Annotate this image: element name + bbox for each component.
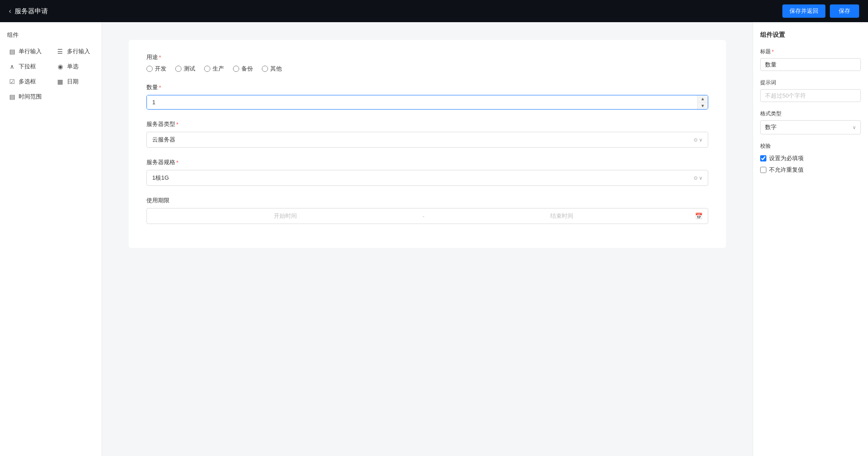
sidebar-item-date[interactable]: ▦ 日期: [52, 75, 99, 89]
quantity-label: 数量 *: [146, 83, 708, 91]
save-button[interactable]: 保存: [830, 4, 859, 18]
sidebar-row-2: ∧ 下拉框 ◉ 单选: [4, 59, 98, 74]
usage-field-group: 用途 * 开发 测试 生产: [146, 53, 708, 73]
main-content: 用途 * 开发 测试 生产: [102, 22, 753, 456]
panel-hint-field: 提示词: [760, 79, 861, 102]
server-type-required-star: *: [176, 121, 178, 128]
server-spec-chevron-icon: ⊙ ∨: [694, 175, 702, 181]
sidebar-row-4: ▤ 时间范围: [4, 90, 98, 104]
multi-input-icon: ☰: [56, 48, 64, 55]
sidebar-item-date-label: 日期: [67, 78, 79, 86]
required-label: 设置为必填项: [769, 154, 804, 162]
no-repeat-label: 不允许重复值: [769, 166, 804, 174]
sidebar-item-single-input-label: 单行输入: [19, 47, 42, 55]
calendar-icon: 📅: [695, 212, 702, 220]
server-type-chevron-icon: ⊙ ∨: [694, 137, 702, 143]
sidebar-item-checkbox[interactable]: ☑ 多选框: [4, 75, 50, 89]
panel-title: 组件设置: [760, 31, 861, 39]
server-spec-select[interactable]: 1核1G ⊙ ∨: [146, 170, 708, 186]
quantity-required-star: *: [159, 84, 161, 91]
panel-format-field: 格式类型 数字 ∨: [760, 110, 861, 134]
sidebar-item-single-input[interactable]: ▤ 单行输入: [4, 44, 50, 59]
back-button[interactable]: ‹ 服务器申请: [9, 7, 48, 16]
server-spec-label: 服务器规格 *: [146, 158, 708, 166]
panel-format-title: 格式类型: [760, 110, 861, 118]
date-icon: ▦: [56, 78, 64, 85]
no-repeat-checkbox-item[interactable]: 不允许重复值: [760, 166, 861, 174]
panel-hint-title: 提示词: [760, 79, 861, 86]
radio-input-shengchan[interactable]: [204, 66, 210, 72]
sidebar-item-checkbox-label: 多选框: [19, 78, 36, 86]
quantity-input[interactable]: [147, 95, 697, 109]
usage-radio-group: 开发 测试 生产 备份: [146, 65, 708, 73]
sidebar-item-multi-input[interactable]: ☰ 多行输入: [52, 44, 99, 59]
server-type-value: 云服务器: [152, 136, 175, 144]
server-type-label: 服务器类型 *: [146, 120, 708, 128]
radio-beifen[interactable]: 备份: [233, 65, 253, 73]
usage-period-field-group: 使用期限 开始时间 - 结束时间 📅: [146, 197, 708, 224]
sidebar-item-multi-input-label: 多行输入: [67, 47, 90, 55]
date-separator: -: [418, 213, 429, 220]
header-actions: 保存并返回 保存: [782, 4, 859, 18]
sidebar-item-dropdown-label: 下拉框: [19, 63, 36, 71]
checkbox-icon: ☑: [8, 78, 16, 85]
end-date-placeholder: 结束时间: [429, 212, 695, 220]
required-checkbox-item[interactable]: 设置为必填项: [760, 154, 861, 162]
back-icon: ‹: [9, 7, 11, 15]
quantity-field-group: 数量 * ▲ ▼: [146, 83, 708, 110]
save-back-button[interactable]: 保存并返回: [782, 4, 825, 18]
sidebar-row-3: ☑ 多选框 ▦ 日期: [4, 75, 98, 89]
date-range-picker[interactable]: 开始时间 - 结束时间 📅: [146, 208, 708, 224]
radio-ceshi[interactable]: 测试: [175, 65, 195, 73]
panel-validation-field: 校验 设置为必填项 不允许重复值: [760, 142, 861, 174]
spinner-down-button[interactable]: ▼: [698, 102, 708, 109]
page-title: 服务器申请: [15, 7, 48, 16]
panel-hint-input[interactable]: [760, 89, 861, 102]
usage-period-label: 使用期限: [146, 197, 708, 204]
radio-qita[interactable]: 其他: [262, 65, 282, 73]
radio-input-qita[interactable]: [262, 66, 268, 72]
usage-label: 用途 *: [146, 53, 708, 61]
format-chevron-icon: ∨: [852, 125, 856, 130]
sidebar-item-radio-label: 单选: [67, 63, 79, 71]
panel-format-value: 数字: [765, 123, 777, 131]
panel-validation-title: 校验: [760, 142, 861, 150]
server-type-field-group: 服务器类型 * 云服务器 ⊙ ∨: [146, 120, 708, 148]
sidebar-item-dropdown[interactable]: ∧ 下拉框: [4, 59, 50, 74]
radio-kaifa[interactable]: 开发: [146, 65, 166, 73]
right-panel: 组件设置 标题 * 提示词 格式类型 数字 ∨ 校验: [753, 22, 868, 456]
panel-format-select[interactable]: 数字 ∨: [760, 120, 861, 134]
server-type-select[interactable]: 云服务器 ⊙ ∨: [146, 132, 708, 148]
single-input-icon: ▤: [8, 48, 16, 55]
radio-icon: ◉: [56, 63, 64, 70]
radio-input-ceshi[interactable]: [175, 66, 181, 72]
sidebar: 组件 ▤ 单行输入 ☰ 多行输入 ∧ 下拉框 ◉ 单选: [0, 22, 102, 456]
quantity-spinners: ▲ ▼: [697, 95, 708, 109]
spinner-up-button[interactable]: ▲: [698, 95, 708, 102]
radio-input-kaifa[interactable]: [146, 66, 153, 72]
sidebar-title: 组件: [0, 31, 102, 44]
quantity-input-wrapper: ▲ ▼: [146, 95, 708, 110]
no-repeat-checkbox[interactable]: [760, 167, 766, 173]
panel-label-input[interactable]: [760, 58, 861, 71]
server-spec-field-group: 服务器规格 * 1核1G ⊙ ∨: [146, 158, 708, 186]
panel-label-title: 标题 *: [760, 48, 861, 55]
time-range-icon: ▤: [8, 93, 16, 100]
layout: 组件 ▤ 单行输入 ☰ 多行输入 ∧ 下拉框 ◉ 单选: [0, 22, 868, 456]
usage-required-star: *: [159, 54, 161, 61]
sidebar-item-time-range[interactable]: ▤ 时间范围: [4, 90, 98, 104]
dropdown-icon: ∧: [8, 63, 16, 70]
sidebar-item-time-range-label: 时间范围: [19, 93, 42, 101]
sidebar-items: ▤ 单行输入 ☰ 多行输入 ∧ 下拉框 ◉ 单选: [0, 44, 102, 104]
panel-label-required: *: [772, 49, 774, 55]
sidebar-row-1: ▤ 单行输入 ☰ 多行输入: [4, 44, 98, 59]
required-checkbox[interactable]: [760, 155, 766, 161]
start-date-placeholder: 开始时间: [152, 212, 418, 220]
server-spec-required-star: *: [176, 159, 178, 166]
server-spec-value: 1核1G: [152, 174, 169, 182]
form-section: 用途 * 开发 测试 生产: [129, 40, 726, 248]
radio-input-beifen[interactable]: [233, 66, 239, 72]
sidebar-item-radio[interactable]: ◉ 单选: [52, 59, 99, 74]
header: ‹ 服务器申请 保存并返回 保存: [0, 0, 868, 22]
radio-shengchan[interactable]: 生产: [204, 65, 224, 73]
